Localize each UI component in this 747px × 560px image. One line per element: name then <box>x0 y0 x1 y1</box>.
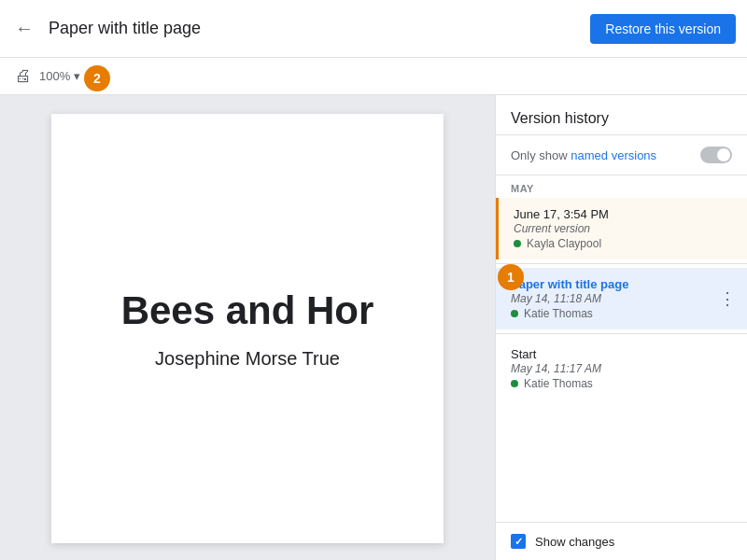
divider-2 <box>496 333 747 334</box>
version-item-current[interactable]: June 17, 3:54 PM Current version Kayla C… <box>496 198 747 259</box>
zoom-control[interactable]: 100% ▾ <box>39 69 80 83</box>
document-area: Bees and Hor Josephine Morse True <box>0 95 495 560</box>
version-date-start: Start <box>511 347 732 361</box>
version-item-paper[interactable]: 1 Paper with title page May 14, 11:18 AM… <box>496 268 747 329</box>
named-versions-label: Only show named versions <box>511 148 656 162</box>
step-badge-1: 1 <box>498 264 524 290</box>
version-user-current: Kayla Claypool <box>514 237 732 250</box>
version-subdate-paper: May 14, 11:18 AM <box>511 292 732 305</box>
step-badge-2: 2 <box>84 65 110 91</box>
version-tag-current: Current version <box>514 222 732 235</box>
version-user-name-current: Kayla Claypool <box>527 237 601 250</box>
named-versions-named: named versions <box>571 148 656 162</box>
version-panel-title: Version history <box>496 95 747 135</box>
named-versions-show: Only show <box>511 148 568 162</box>
version-user-name-paper: Katie Thomas <box>524 307 593 320</box>
version-date-paper: Paper with title page <box>511 277 732 291</box>
divider-1 <box>496 263 747 264</box>
show-changes-checkbox[interactable] <box>511 534 526 549</box>
named-versions-row: Only show named versions <box>496 135 747 175</box>
zoom-dropdown-icon: ▾ <box>74 69 80 83</box>
topbar: ← Paper with title page Restore this ver… <box>0 0 747 58</box>
document-main-title: Bees and Hor <box>121 288 374 333</box>
user-dot-current <box>514 240 521 247</box>
document-title: Paper with title page <box>49 19 579 38</box>
print-icon[interactable]: 🖨 <box>15 66 32 86</box>
month-label: MAY <box>496 175 747 198</box>
toolbar: 🖨 100% ▾ 2 <box>0 58 747 95</box>
main-layout: Bees and Hor Josephine Morse True Versio… <box>0 95 747 560</box>
document-author: Josephine Morse True <box>155 348 340 370</box>
named-versions-toggle[interactable] <box>700 147 732 163</box>
show-changes-footer: Show changes <box>496 522 747 560</box>
user-dot-paper <box>511 310 518 317</box>
show-changes-label: Show changes <box>535 535 614 549</box>
user-dot-start <box>511 380 518 387</box>
version-user-start: Katie Thomas <box>511 377 732 390</box>
version-item-start[interactable]: Start May 14, 11:17 AM Katie Thomas <box>496 338 747 399</box>
version-date-current: June 17, 3:54 PM <box>514 207 732 221</box>
version-panel: Version history Only show named versions… <box>495 95 747 560</box>
more-options-button[interactable]: ⋮ <box>715 285 740 313</box>
version-subdate-start: May 14, 11:17 AM <box>511 362 732 375</box>
restore-button[interactable]: Restore this version <box>590 14 736 44</box>
version-list: MAY June 17, 3:54 PM Current version Kay… <box>496 175 747 522</box>
version-user-paper: Katie Thomas <box>511 307 732 320</box>
back-button[interactable]: ← <box>11 14 37 43</box>
zoom-level: 100% <box>39 69 70 83</box>
document-page: Bees and Hor Josephine Morse True <box>51 114 444 543</box>
version-user-name-start: Katie Thomas <box>524 377 593 390</box>
